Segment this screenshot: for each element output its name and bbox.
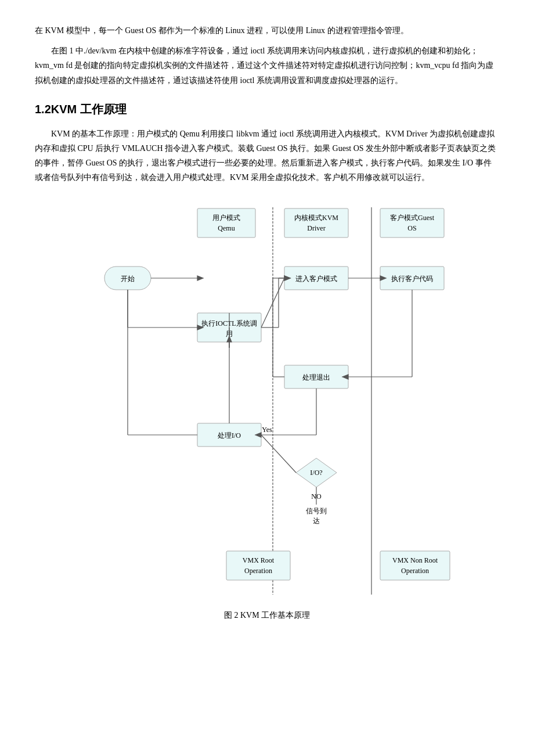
- svg-text:VMX Non Root: VMX Non Root: [392, 556, 438, 564]
- svg-text:NO: NO: [311, 492, 322, 501]
- svg-text:Qemu: Qemu: [218, 224, 234, 232]
- svg-text:处理I/O: 处理I/O: [218, 431, 241, 440]
- main-para: KVM 的基本工作原理：用户模式的 Qemu 利用接口 libkvm 通过 io…: [35, 127, 499, 185]
- svg-text:信号到: 信号到: [306, 507, 327, 515]
- svg-text:客户模式Guest: 客户模式Guest: [390, 214, 435, 222]
- svg-line-53: [261, 435, 296, 473]
- svg-rect-3: [284, 208, 348, 237]
- svg-text:Operation: Operation: [244, 567, 272, 575]
- svg-text:进入客户模式: 进入客户模式: [295, 275, 337, 283]
- diagram: .box { fill: #e8f8f8; stroke: #aaa; stro…: [35, 197, 499, 621]
- svg-rect-54: [226, 551, 290, 580]
- section-title: 1.2KVM 工作原理: [35, 102, 499, 117]
- svg-text:达: 达: [313, 517, 320, 525]
- svg-marker-14: [197, 276, 203, 280]
- svg-text:处理退出: 处理退出: [302, 373, 330, 381]
- svg-text:OS: OS: [407, 224, 416, 232]
- svg-rect-6: [380, 208, 444, 237]
- svg-text:Operation: Operation: [401, 567, 429, 575]
- diagram-caption: 图 2 KVM 工作基本原理: [224, 610, 310, 621]
- svg-text:Driver: Driver: [307, 224, 325, 232]
- svg-text:I/O?: I/O?: [310, 469, 322, 477]
- intro-para2: 在图 1 中./dev/kvm 在内核中创建的标准字符设备，通过 ioctl 系…: [35, 44, 499, 88]
- svg-text:VMX Root: VMX Root: [243, 556, 275, 564]
- intro-para1: 在 KVM 模型中，每一个 Guest OS 都作为一个标准的 Linux 进程…: [35, 23, 499, 38]
- svg-text:内核模式KVM: 内核模式KVM: [294, 214, 338, 222]
- svg-rect-0: [197, 208, 255, 237]
- svg-text:执行客户代码: 执行客户代码: [391, 275, 433, 283]
- svg-rect-57: [380, 551, 450, 580]
- svg-text:用户模式: 用户模式: [212, 214, 240, 222]
- svg-text:开始: 开始: [121, 275, 135, 283]
- svg-text:Yes: Yes: [262, 426, 272, 434]
